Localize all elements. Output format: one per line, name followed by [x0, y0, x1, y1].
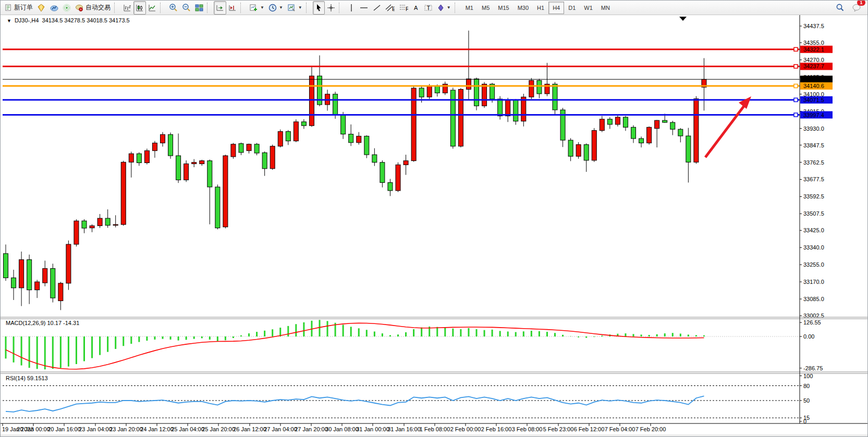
timeframe-M5[interactable]: M5: [478, 2, 494, 14]
label-button[interactable]: T: [422, 1, 435, 15]
candlestick-chart-button[interactable]: [133, 1, 146, 15]
search-button[interactable]: [833, 1, 847, 15]
dropdown-caret-icon: ▼: [298, 5, 302, 10]
svg-text:26 Jan 12:00: 26 Jan 12:00: [233, 426, 266, 432]
line-chart-button[interactable]: [146, 1, 158, 15]
svg-text:33425.0: 33425.0: [803, 227, 824, 233]
tile-windows-button[interactable]: [193, 1, 205, 15]
timeframe-W1[interactable]: W1: [580, 2, 597, 14]
toolbar-grip: [114, 3, 118, 13]
chart-shift-button[interactable]: [226, 1, 239, 15]
toolbar-grip: [455, 3, 459, 13]
svg-text:24 Jan 12:00: 24 Jan 12:00: [140, 426, 174, 432]
svg-text:34173.5: 34173.5: [803, 76, 824, 82]
market-depth-button[interactable]: [35, 1, 47, 15]
trendline-button[interactable]: [371, 1, 383, 15]
svg-text:27 Jan 20:00: 27 Jan 20:00: [295, 426, 328, 432]
dropdown-caret-icon: ▼: [260, 5, 264, 10]
svg-text:2 Feb 16:00: 2 Feb 16:00: [481, 426, 512, 432]
timeframe-D1[interactable]: D1: [564, 2, 580, 14]
new-order-icon: [5, 4, 13, 11]
channel-icon: E: [385, 4, 395, 12]
auto-trading-label: 自动交易: [85, 3, 111, 12]
timeframe-MN[interactable]: MN: [597, 2, 614, 14]
crosshair-button[interactable]: [325, 1, 337, 15]
strategy-tester-button[interactable]: [47, 1, 60, 15]
svg-text:33997.4: 33997.4: [803, 112, 824, 118]
chart-autoscroll-button[interactable]: [214, 1, 226, 15]
chart-window-title: ▼DJ30-,H4 34134.5 34278.5 34018.5 34173.…: [7, 17, 130, 23]
equidistant-channel-button[interactable]: E: [383, 1, 397, 15]
timeframe-M1[interactable]: M1: [461, 2, 478, 14]
svg-text:126.55: 126.55: [803, 319, 821, 326]
right-tools: 1: [833, 1, 866, 15]
clock-icon: [268, 4, 277, 12]
svg-text:33002.5: 33002.5: [803, 313, 824, 319]
horizontal-line-button[interactable]: [357, 1, 371, 15]
svg-text:34322.1: 34322.1: [803, 46, 824, 53]
svg-text:34071.5: 34071.5: [803, 97, 824, 103]
zoom-in-button[interactable]: [167, 1, 180, 15]
line-chart-icon: [148, 4, 156, 12]
svg-text:0.00: 0.00: [803, 333, 814, 340]
rsi-indicator-label: RSI(14) 59.1513: [6, 375, 48, 381]
toolbar-grip: [339, 3, 343, 13]
macd-indicator-label: MACD(12,26,9) 10.17 -14.31: [6, 320, 79, 326]
svg-text:23 Jan 04:00: 23 Jan 04:00: [79, 426, 112, 432]
svg-text:33762.5: 33762.5: [803, 159, 824, 166]
svg-text:34140.6: 34140.6: [803, 83, 824, 89]
svg-text:34437.5: 34437.5: [803, 23, 824, 29]
svg-text:27 Jan 04:00: 27 Jan 04:00: [264, 426, 297, 432]
notifications-button[interactable]: 1: [850, 1, 863, 15]
text-button[interactable]: A: [410, 1, 422, 15]
svg-text:31 Jan 00:00: 31 Jan 00:00: [356, 426, 389, 432]
cloud-chart-icon: [50, 4, 58, 12]
svg-text:34237.7: 34237.7: [803, 63, 824, 69]
svg-text:T: T: [426, 4, 430, 10]
svg-text:33340.0: 33340.0: [803, 244, 824, 251]
tile-windows-icon: [195, 4, 203, 12]
svg-text:5 Feb 23:00: 5 Feb 23:00: [543, 426, 574, 432]
toolbar-grip: [160, 3, 164, 13]
notification-badge: 1: [857, 0, 865, 6]
svg-text:31 Jan 16:00: 31 Jan 16:00: [387, 426, 421, 432]
svg-text:33507.5: 33507.5: [803, 210, 824, 217]
svg-text:34355.0: 34355.0: [803, 40, 824, 46]
timeframe-H4[interactable]: H4: [548, 2, 564, 14]
svg-text:30 Jan 08:00: 30 Jan 08:00: [325, 426, 359, 432]
bar-chart-button[interactable]: [121, 1, 133, 15]
new-order-button[interactable]: 新订单: [3, 1, 35, 15]
svg-text:2 Feb 00:00: 2 Feb 00:00: [450, 426, 481, 432]
svg-text:33677.5: 33677.5: [803, 176, 824, 182]
auto-trading-icon: [75, 4, 84, 12]
svg-text:1 Feb 08:00: 1 Feb 08:00: [420, 426, 450, 432]
svg-text:34270.0: 34270.0: [803, 57, 824, 63]
rsi-value: 59.1513: [27, 375, 48, 381]
candlestick-chart-icon: [136, 4, 144, 12]
period-button[interactable]: ▼: [266, 1, 285, 15]
one-click-trading-arrow-icon[interactable]: ▼: [7, 18, 11, 23]
templates-button[interactable]: ▼: [285, 1, 304, 15]
signals-button[interactable]: [60, 1, 73, 15]
timeframe-M15[interactable]: M15: [494, 2, 513, 14]
new-chart-button[interactable]: ▼: [247, 1, 266, 15]
svg-text:25 Jan 20:00: 25 Jan 20:00: [202, 426, 235, 432]
vertical-line-button[interactable]: [346, 1, 357, 15]
timeframe-M30[interactable]: M30: [514, 2, 533, 14]
toolbar-grip: [306, 3, 310, 13]
svg-text:33170.0: 33170.0: [803, 279, 824, 285]
svg-text:0: 0: [803, 418, 806, 424]
chart-canvas[interactable]: 34437.534355.034270.034185.034100.034015…: [1, 1, 868, 437]
zoom-out-button[interactable]: [180, 1, 193, 15]
new-chart-icon: [249, 4, 258, 12]
vertical-line-icon: [348, 4, 355, 12]
shapes-button[interactable]: ▼: [435, 1, 453, 15]
fibonacci-button[interactable]: F: [397, 1, 410, 15]
svg-text:3 Feb 08:00: 3 Feb 08:00: [512, 426, 543, 432]
svg-text:33592.5: 33592.5: [803, 193, 824, 199]
search-icon: [835, 3, 845, 13]
auto-trading-button[interactable]: 自动交易: [73, 1, 113, 15]
ohlc-values: 34134.5 34278.5 34018.5 34173.5: [42, 17, 130, 23]
cursor-button[interactable]: [313, 1, 325, 15]
timeframe-H1[interactable]: H1: [533, 2, 548, 14]
